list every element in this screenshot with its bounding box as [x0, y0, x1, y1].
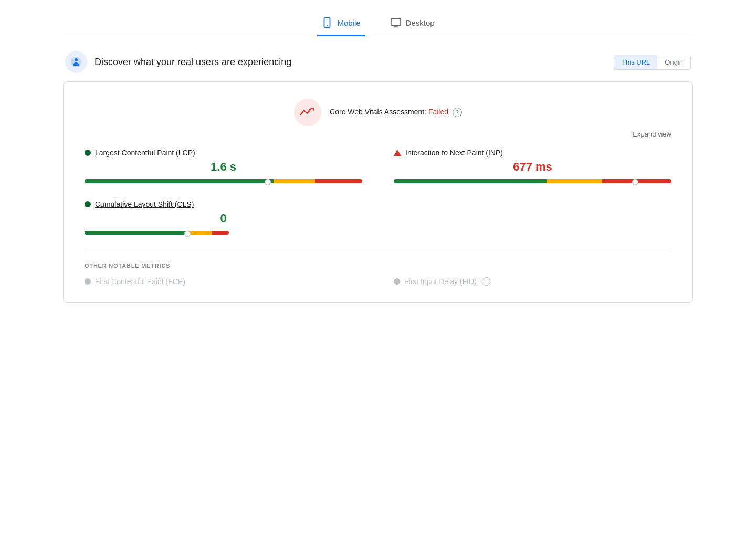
mobile-icon — [321, 17, 333, 28]
tab-mobile[interactable]: Mobile — [317, 11, 364, 36]
cls-bar — [85, 231, 362, 235]
url-origin-toggle[interactable]: This URL Origin — [614, 55, 691, 70]
lcp-link[interactable]: Largest Contentful Paint (LCP) — [95, 149, 195, 157]
inp-indicator — [394, 150, 401, 156]
cls-needle — [184, 229, 191, 240]
tab-desktop[interactable]: Desktop — [386, 11, 439, 36]
svg-point-8 — [265, 180, 271, 185]
inp-bar — [394, 179, 671, 183]
fcp-link[interactable]: First Contentful Paint (FCP) — [95, 277, 185, 286]
assessment-status: Failed — [428, 108, 448, 116]
assessment-text: Core Web Vitals Assessment: Failed ? — [330, 108, 462, 117]
lcp-indicator — [85, 150, 91, 156]
svg-point-2 — [327, 25, 328, 26]
inp-bar-green — [394, 179, 547, 183]
fid-info-icon[interactable]: i — [482, 277, 490, 286]
svg-point-7 — [75, 58, 78, 61]
inp-bar-yellow — [547, 179, 602, 183]
assessment-title: Core Web Vitals Assessment: — [330, 108, 426, 116]
assessment-header: Core Web Vitals Assessment: Failed ? — [85, 99, 671, 126]
cls-indicator — [85, 201, 91, 207]
main-card: Core Web Vitals Assessment: Failed ? Exp… — [63, 81, 693, 303]
other-metrics-label: OTHER NOTABLE METRICS — [85, 263, 671, 269]
lcp-bar-green — [85, 179, 274, 183]
lcp-bar — [85, 179, 362, 183]
lcp-value: 1.6 s — [85, 160, 362, 174]
other-metric-fid: First Input Delay (FID) i — [394, 277, 671, 286]
svg-rect-3 — [391, 19, 400, 26]
tab-bar: Mobile Desktop — [63, 11, 693, 36]
cls-label: Cumulative Layout Shift (CLS) — [85, 200, 362, 208]
desktop-icon — [390, 17, 402, 28]
svg-point-10 — [184, 231, 190, 237]
cls-bar-red — [212, 231, 229, 235]
other-metrics-grid: First Contentful Paint (FCP) First Input… — [85, 277, 671, 286]
tab-desktop-label: Desktop — [406, 18, 435, 27]
metrics-grid: Largest Contentful Paint (LCP) 1.6 s — [85, 149, 671, 235]
assessment-icon — [294, 99, 321, 126]
assessment-help-icon[interactable]: ? — [453, 108, 462, 117]
inp-value: 677 ms — [394, 160, 671, 174]
fid-indicator — [394, 278, 400, 285]
cls-link[interactable]: Cumulative Layout Shift (CLS) — [95, 200, 194, 208]
inp-link[interactable]: Interaction to Next Paint (INP) — [405, 149, 503, 157]
origin-button[interactable]: Origin — [657, 55, 690, 69]
other-metric-fcp: First Contentful Paint (FCP) — [85, 277, 362, 286]
fcp-indicator — [85, 278, 91, 285]
cls-value: 0 — [85, 212, 362, 225]
discover-title: Discover what your real users are experi… — [94, 57, 291, 68]
lcp-needle — [265, 177, 271, 189]
cls-bar-yellow — [188, 231, 212, 235]
lcp-bar-yellow — [274, 179, 315, 183]
metric-cls: Cumulative Layout Shift (CLS) 0 — [85, 200, 362, 235]
lcp-label: Largest Contentful Paint (LCP) — [85, 149, 362, 157]
svg-point-9 — [633, 180, 638, 185]
inp-label: Interaction to Next Paint (INP) — [394, 149, 671, 157]
metric-lcp: Largest Contentful Paint (LCP) 1.6 s — [85, 149, 362, 183]
this-url-button[interactable]: This URL — [614, 55, 657, 69]
metrics-separator — [85, 252, 671, 252]
lcp-bar-red — [315, 179, 362, 183]
expand-view-link[interactable]: Expand view — [85, 130, 671, 138]
tab-mobile-label: Mobile — [337, 18, 360, 27]
discover-header: Discover what your real users are experi… — [63, 51, 693, 73]
cls-bar-green — [85, 231, 188, 235]
crux-icon — [65, 51, 87, 73]
inp-needle — [632, 177, 639, 189]
metric-inp: Interaction to Next Paint (INP) 677 ms — [394, 149, 671, 183]
fid-link[interactable]: First Input Delay (FID) — [404, 277, 477, 286]
discover-left: Discover what your real users are experi… — [65, 51, 291, 73]
